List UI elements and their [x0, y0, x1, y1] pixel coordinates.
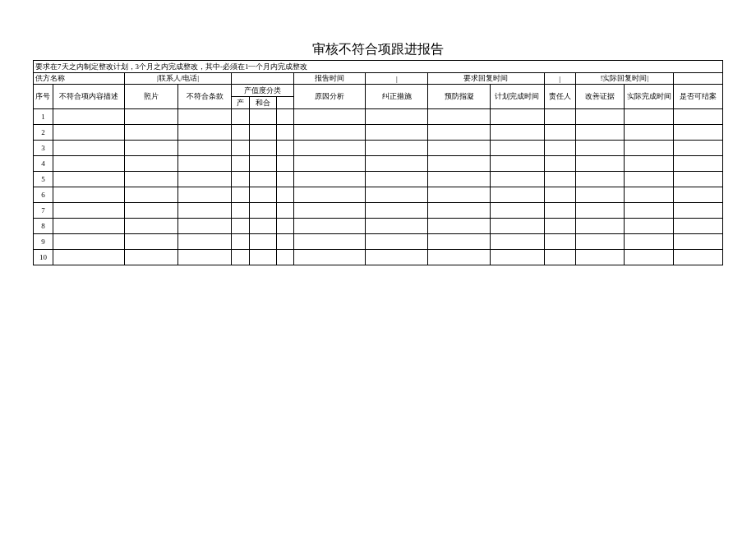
cell-seq: 1: [34, 109, 53, 125]
cell: [575, 125, 625, 141]
cell: [674, 156, 723, 172]
cell: [491, 250, 544, 265]
cell: [294, 234, 366, 250]
cell: [232, 172, 250, 187]
header-row-1: 序号 不符合项内容描述 照片 不符合条款 产值度分类 原因分析 纠正措施 预防指…: [34, 85, 723, 97]
cell: [575, 250, 625, 265]
cell: [366, 141, 428, 156]
cell: [575, 109, 625, 125]
cell: [575, 219, 625, 234]
table-row: 10: [34, 250, 723, 265]
cell: [53, 156, 124, 172]
cell: [276, 109, 294, 125]
cell-seq: 5: [34, 172, 53, 187]
cell: [178, 203, 232, 219]
cell: [249, 172, 276, 187]
cell: [625, 219, 674, 234]
cell: [53, 219, 124, 234]
cell: [625, 187, 674, 203]
table-row: 2: [34, 125, 723, 141]
cell-seq: 9: [34, 234, 53, 250]
cell: [276, 125, 294, 141]
page-title: 审核不符合项跟进报告: [33, 41, 723, 58]
table-row: 5: [34, 172, 723, 187]
cell: [249, 141, 276, 156]
cell: [294, 219, 366, 234]
cell: [491, 203, 544, 219]
cell: [366, 219, 428, 234]
cell: [575, 187, 625, 203]
cell-seq: 7: [34, 203, 53, 219]
sep2: |: [544, 73, 575, 85]
cell: [124, 172, 177, 187]
table-row: 6: [34, 187, 723, 203]
cell: [428, 203, 491, 219]
cell-seq: 10: [34, 250, 53, 265]
cell: [124, 125, 177, 141]
col-seq: 序号: [34, 85, 53, 109]
report-table: 要求在7天之内制定整改计划，3个月之内完成整改，其中-必须在1一个月内完成整改 …: [33, 60, 723, 265]
info-row: 供方名称 |联系人/电话| 报告时间 | 要求回复时间 | !实际回复时间|: [34, 73, 723, 85]
cell: [674, 172, 723, 187]
col-desc: 不符合项内容描述: [53, 85, 124, 109]
cell: [294, 156, 366, 172]
cell: [674, 187, 723, 203]
cell: [232, 187, 250, 203]
contact-value: [232, 73, 294, 85]
cell: [249, 156, 276, 172]
cell: [575, 141, 625, 156]
cell-seq: 6: [34, 187, 53, 203]
cell: [124, 109, 177, 125]
cell: [544, 234, 575, 250]
note-row: 要求在7天之内制定整改计划，3个月之内完成整改，其中-必须在1一个月内完成整改: [34, 61, 723, 73]
col-corrective: 纠正措施: [366, 85, 428, 109]
cell: [53, 203, 124, 219]
cell: [491, 141, 544, 156]
cell: [294, 109, 366, 125]
cell: [178, 141, 232, 156]
cell: [625, 156, 674, 172]
cell: [491, 172, 544, 187]
cell: [276, 156, 294, 172]
table-row: 9: [34, 234, 723, 250]
cell: [232, 203, 250, 219]
table-row: 7: [34, 203, 723, 219]
sep1: |: [366, 73, 428, 85]
col-owner: 责任人: [544, 85, 575, 109]
cell: [249, 219, 276, 234]
cell: [294, 250, 366, 265]
cell: [428, 172, 491, 187]
table-row: 1: [34, 109, 723, 125]
cell: [544, 156, 575, 172]
cell: [294, 203, 366, 219]
cell: [294, 187, 366, 203]
cell: [366, 203, 428, 219]
col-closed: 是否可结案: [674, 85, 723, 109]
cell: [674, 109, 723, 125]
cell: [625, 141, 674, 156]
cell: [124, 219, 177, 234]
cell: [178, 109, 232, 125]
cell: [178, 250, 232, 265]
cell: [232, 250, 250, 265]
cell: [366, 187, 428, 203]
cell: [366, 156, 428, 172]
cell: [276, 187, 294, 203]
col-severity-group: 产值度分类: [232, 85, 294, 97]
cell: [232, 234, 250, 250]
cell: [366, 250, 428, 265]
supplier-label: 供方名称: [34, 73, 125, 85]
cell: [366, 109, 428, 125]
cell: [428, 234, 491, 250]
col-sev-a: 产: [232, 97, 250, 109]
cell: [491, 109, 544, 125]
cell: [366, 125, 428, 141]
cell: [544, 203, 575, 219]
col-sev-b: 和合: [249, 97, 276, 109]
cell: [124, 250, 177, 265]
cell: [178, 187, 232, 203]
cell: [53, 125, 124, 141]
cell: [232, 219, 250, 234]
cell: [178, 172, 232, 187]
cell: [575, 172, 625, 187]
